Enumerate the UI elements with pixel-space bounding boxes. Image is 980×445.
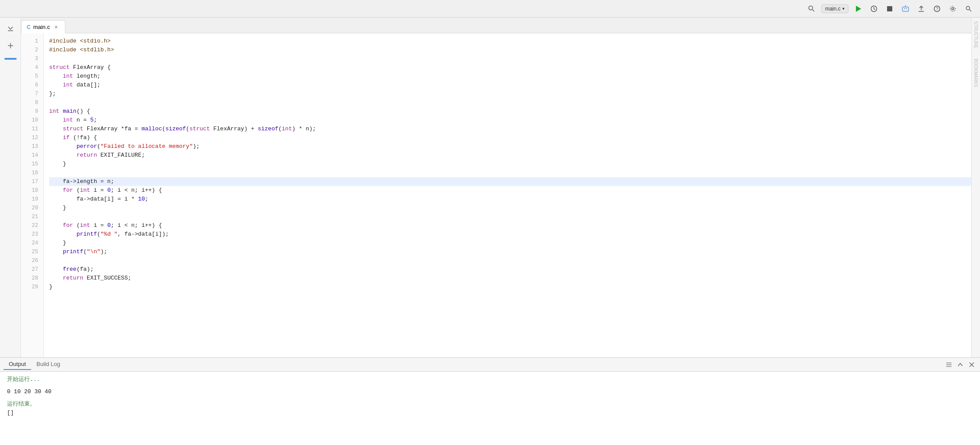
toolbar-left [805,3,818,15]
code-line-15: } [49,160,971,169]
code-line-29: } [49,283,971,291]
output-end-text: 运行结束。 [7,400,973,409]
help-button[interactable]: ? [931,3,943,15]
svg-point-9 [905,5,906,6]
upload-button[interactable] [915,3,927,15]
svg-line-1 [813,10,814,11]
toolbar-right: main.c ▾ [821,3,975,15]
code-line-11: struct FlexArray *fa = malloc(sizeof(str… [49,125,971,133]
code-line-10: int n = 5; [49,116,971,125]
filename-pill[interactable]: main.c ▾ [821,4,848,13]
svg-rect-5 [902,7,909,11]
code-line-17: fa->length = n; [49,177,971,186]
code-line-26 [49,256,971,265]
toolbar: main.c ▾ [0,0,980,18]
code-line-19: fa->data[i] = i * 10; [49,195,971,204]
code-line-21 [49,212,971,221]
code-line-4: struct FlexArray { [49,63,971,72]
svg-point-0 [809,6,813,10]
svg-rect-7 [906,8,907,9]
output-up-btn[interactable] [955,360,965,370]
code-line-12: if (!fa) { [49,133,971,142]
svg-point-14 [966,6,970,10]
code-line-8 [49,98,971,107]
output-list-btn[interactable] [944,360,954,370]
code-editor[interactable]: 1 2 3 4 5 6 7 8 9 10 11 12 13 14 15 16 1… [21,33,971,357]
active-line-indicator [4,58,17,60]
tab-build-log[interactable]: Build Log [31,359,65,370]
left-sidebar [0,18,21,357]
bottom-panel: Output Build Log [0,357,980,445]
tab-main-c[interactable]: C main.c × [21,20,65,33]
svg-rect-6 [904,8,905,9]
svg-rect-4 [887,6,892,11]
code-line-9: int main() { [49,107,971,116]
right-sidebar: STRUCTURE BOOKMARKS [971,18,980,357]
code-line-14: return EXIT_FAILURE; [49,151,971,160]
tab-filename: main.c [33,24,50,30]
find-button[interactable] [962,3,975,15]
line-numbers: 1 2 3 4 5 6 7 8 9 10 11 12 13 14 15 16 1… [21,33,44,357]
chevron-down-icon: ▾ [842,6,845,11]
code-line-23: printf("%d ", fa->data[i]); [49,230,971,239]
filename-text: main.c [825,6,841,12]
run-button[interactable] [852,3,864,15]
output-content: 开始运行... 0 10 20 30 40 运行结束。 [] [0,372,980,445]
output-extra-text: [] [7,409,973,417]
code-line-20: } [49,204,971,212]
tab-close-button[interactable]: × [53,24,60,31]
code-line-7: }; [49,90,971,98]
settings-button[interactable] [947,3,959,15]
svg-marker-2 [856,6,861,12]
output-result-text: 0 10 20 30 40 [7,388,973,396]
sidebar-add-icon[interactable] [4,39,18,53]
code-line-24: } [49,239,971,248]
right-sidebar-bookmarks-label[interactable]: BOOKMARKS [973,59,978,87]
code-line-3 [49,54,971,63]
code-content: #include <stdio.h> #include <stdlib.h> s… [44,33,971,357]
output-close-btn[interactable] [967,360,976,370]
code-line-27: free(fa); [49,265,971,274]
code-line-25: printf("\n"); [49,248,971,256]
svg-point-13 [952,7,954,10]
stop-button[interactable] [884,3,896,15]
tab-bar: C main.c × [21,18,971,33]
code-line-5: int length; [49,72,971,81]
right-sidebar-structure-label[interactable]: STRUCTURE [973,21,978,48]
output-start-text: 开始运行... [7,375,973,384]
code-line-28: return EXIT_SUCCESS; [49,274,971,283]
search-toolbar-btn[interactable] [805,3,818,15]
sidebar-download-icon[interactable] [4,21,18,35]
bottom-tab-actions [944,360,976,370]
editor-container: C main.c × 1 2 3 4 5 6 7 8 9 10 11 12 13… [21,18,971,357]
code-line-2: #include <stdlib.h> [49,46,971,54]
c-language-icon: C [27,24,31,30]
code-line-6: int data[]; [49,81,971,90]
bot-button[interactable] [899,3,912,15]
code-line-18: for (int i = 0; i < n; i++) { [49,186,971,195]
code-line-22: for (int i = 0; i < n; i++) { [49,221,971,230]
code-line-16 [49,169,971,177]
tab-output[interactable]: Output [4,359,31,370]
bottom-tab-bar: Output Build Log [0,358,980,372]
code-line-13: perror("Failed to allocate memory"); [49,142,971,151]
svg-text:?: ? [936,7,939,11]
code-line-1: #include <stdio.h> [49,37,971,46]
main-area: C main.c × 1 2 3 4 5 6 7 8 9 10 11 12 13… [0,18,980,357]
clock-button[interactable] [868,3,880,15]
svg-line-15 [969,10,971,11]
